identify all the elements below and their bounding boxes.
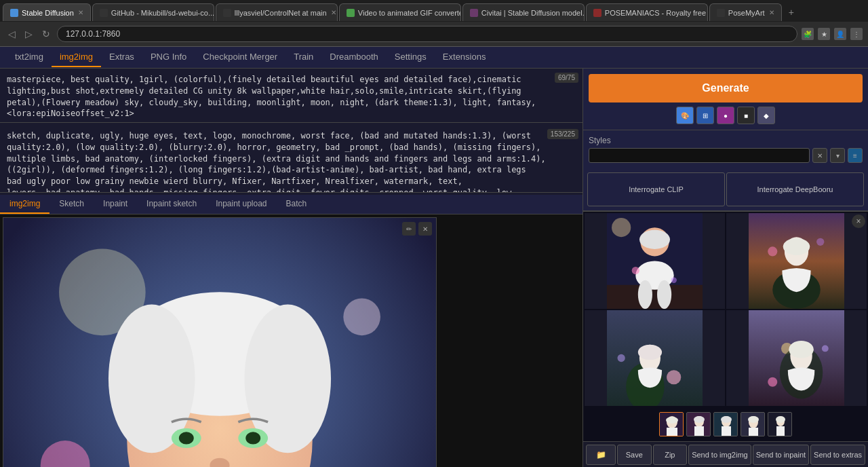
subtab-inpaint-upload[interactable]: Inpaint upload xyxy=(206,195,276,214)
positive-prompt-textarea[interactable]: masterpiece, best quality, 1girl, (color… xyxy=(0,69,583,123)
generate-button[interactable]: Generate xyxy=(589,74,863,102)
gallery-thumbnails xyxy=(583,407,868,441)
svg-point-16 xyxy=(179,432,194,444)
gallery-img-svg-4 xyxy=(726,310,867,406)
generate-section: Generate 🎨 ⊞ ● ■ ◆ xyxy=(583,69,868,130)
style-icon-grid[interactable]: ⊞ xyxy=(696,107,714,124)
svg-point-48 xyxy=(789,341,814,358)
positive-prompt-box: masterpiece, best quality, 1girl, (color… xyxy=(0,69,583,125)
nav-tab-extensions[interactable]: Extensions xyxy=(435,48,494,67)
save-button[interactable]: Save xyxy=(617,445,652,465)
tab-posemaniacs[interactable]: POSEMANIACS - Royalty free 3... ✕ xyxy=(586,3,708,21)
styles-clear-btn[interactable]: ✕ xyxy=(812,148,827,163)
nav-tab-dreambooth[interactable]: Dreambooth xyxy=(321,48,387,67)
subtab-sketch[interactable]: Sketch xyxy=(50,195,94,214)
tab-bar: Stable Diffusion ✕ GitHub - Mikubill/sd-… xyxy=(0,0,868,22)
forward-button[interactable]: ▷ xyxy=(22,27,35,41)
nav-tab-train[interactable]: Train xyxy=(285,48,321,67)
styles-label: Styles xyxy=(589,136,863,145)
profile-icon[interactable]: 👤 xyxy=(834,28,846,40)
svg-point-29 xyxy=(632,267,639,274)
send-extras-button[interactable]: Send to extras xyxy=(810,445,865,465)
send-inpaint-button[interactable]: Send to inpaint xyxy=(753,445,809,465)
edit-image-btn[interactable]: ✏ xyxy=(402,222,416,236)
tab-stable-diffusion[interactable]: Stable Diffusion ✕ xyxy=(3,3,91,21)
menu-icon[interactable]: ⋮ xyxy=(850,28,863,40)
toolbar-icons: 🧩 ★ 👤 ⋮ xyxy=(802,28,863,40)
style-icon-gray[interactable]: ◆ xyxy=(757,107,775,124)
tab-label-6: POSEMANIACS - Royalty free 3... xyxy=(605,9,708,17)
thumb-svg-1 xyxy=(660,413,684,436)
interrogate-deepbooru-btn[interactable]: Interrogate DeepBooru xyxy=(726,172,864,206)
gallery-close-btn[interactable]: × xyxy=(852,214,865,228)
positive-prompt-counter: 69/75 xyxy=(555,73,578,83)
tab-close-3[interactable]: ✕ xyxy=(331,9,336,16)
gallery-thumb-3[interactable] xyxy=(713,412,738,436)
svg-point-31 xyxy=(612,218,631,237)
style-icon-dark[interactable]: ■ xyxy=(737,107,755,124)
clear-image-btn[interactable]: ✕ xyxy=(418,222,432,236)
gallery-image-1 xyxy=(585,213,725,309)
gallery-image-2 xyxy=(726,213,867,309)
gallery-thumb-1[interactable] xyxy=(659,412,684,436)
left-panel: masterpiece, best quality, 1girl, (color… xyxy=(0,69,583,467)
svg-point-28 xyxy=(657,280,671,309)
nav-tab-settings[interactable]: Settings xyxy=(387,48,435,67)
style-icon-pink[interactable]: ● xyxy=(717,107,734,124)
tab-favicon-3 xyxy=(223,9,231,17)
new-tab-button[interactable]: + xyxy=(783,4,800,20)
folder-button[interactable]: 📁 xyxy=(586,445,616,465)
gallery-img-svg-3 xyxy=(585,310,725,406)
svg-rect-54 xyxy=(667,428,677,436)
action-bar: 📁 Save Zip Send to img2img Send to inpai… xyxy=(583,441,868,467)
nav-tab-img2img[interactable]: img2img xyxy=(52,48,101,67)
tab-posemyart[interactable]: PoseMyArt ✕ xyxy=(709,3,782,21)
styles-input[interactable] xyxy=(589,148,810,163)
svg-point-35 xyxy=(783,238,810,255)
extensions-icon[interactable]: 🧩 xyxy=(802,28,814,40)
nav-tab-extras[interactable]: Extras xyxy=(101,48,142,67)
tab-close-7[interactable]: ✕ xyxy=(769,9,774,16)
reload-button[interactable]: ↻ xyxy=(39,27,53,41)
app-nav: txt2img img2img Extras PNG Info Checkpoi… xyxy=(0,47,868,69)
gallery-section: × xyxy=(583,211,868,441)
bookmark-icon[interactable]: ★ xyxy=(818,28,830,40)
subtab-inpaint[interactable]: Inpaint xyxy=(94,195,137,214)
gallery-thumb-5[interactable] xyxy=(768,412,792,436)
negative-prompt-textarea[interactable]: sketch, duplicate, ugly, huge eyes, text… xyxy=(0,125,583,193)
style-icon-row: 🎨 ⊞ ● ■ ◆ xyxy=(589,107,863,124)
svg-point-53 xyxy=(666,417,678,424)
send-img2img-button[interactable]: Send to img2img xyxy=(688,445,751,465)
svg-point-36 xyxy=(768,246,777,256)
gallery-thumb-2[interactable] xyxy=(686,412,711,436)
tab-close-1[interactable]: ✕ xyxy=(78,9,83,16)
gallery-grid xyxy=(583,212,868,407)
nav-tab-checkpoint-merger[interactable]: Checkpoint Merger xyxy=(195,48,285,67)
zip-button[interactable]: Zip xyxy=(653,445,688,465)
tab-label-5: Civitai | Stable Diffusion model... xyxy=(481,9,585,17)
url-bar[interactable]: 127.0.0.1:7860 xyxy=(57,26,797,42)
style-icon-blue[interactable]: 🎨 xyxy=(676,107,694,124)
nav-tab-pnginfo[interactable]: PNG Info xyxy=(142,48,195,67)
svg-point-2 xyxy=(343,298,380,335)
upload-zone[interactable]: ✏ ✕ Copy image to: sketch inpaint xyxy=(3,217,437,467)
subtab-img2img[interactable]: img2img xyxy=(0,195,50,214)
tab-civitai[interactable]: Civitai | Stable Diffusion model... ✕ xyxy=(462,3,585,21)
upload-controls: ✏ ✕ xyxy=(402,222,432,236)
interrogate-section: Interrogate CLIP Interrogate DeepBooru xyxy=(583,168,868,210)
subtab-batch[interactable]: Batch xyxy=(277,195,317,214)
tab-gif[interactable]: Video to animated GIF converter ✕ xyxy=(339,3,461,21)
back-button[interactable]: ◁ xyxy=(5,27,18,41)
right-panel: Generate 🎨 ⊞ ● ■ ◆ Styles ✕ ▾ ≡ xyxy=(583,69,868,467)
styles-dropdown-btn[interactable]: ▾ xyxy=(830,148,845,163)
tab-github[interactable]: GitHub - Mikubill/sd-webui-co... ✕ xyxy=(92,3,214,21)
img-area: ✏ ✕ Copy image to: sketch inpaint xyxy=(0,214,583,467)
main-content: masterpiece, best quality, 1girl, (color… xyxy=(0,69,868,467)
gallery-thumb-4[interactable] xyxy=(741,412,765,436)
subtab-inpaint-sketch[interactable]: Inpaint sketch xyxy=(137,195,206,214)
nav-tab-txt2img[interactable]: txt2img xyxy=(7,48,52,67)
styles-apply-btn[interactable]: ≡ xyxy=(848,148,863,163)
interrogate-clip-btn[interactable]: Interrogate CLIP xyxy=(587,172,725,206)
tab-controlnet[interactable]: lllyasviel/ControlNet at main ✕ xyxy=(216,3,338,21)
tab-label-4: Video to animated GIF converter xyxy=(358,9,461,17)
